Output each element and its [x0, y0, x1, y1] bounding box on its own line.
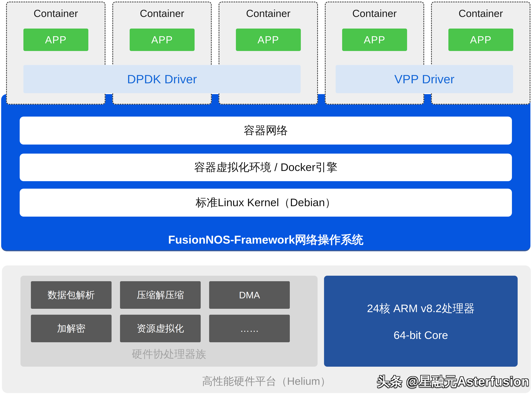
chip-packet-parsing: 数据包解析 [31, 281, 112, 309]
chip-compression: 压缩解压缩 [120, 281, 201, 309]
container-title: Container [113, 7, 211, 19]
toutiao-watermark: 头条 @星融元Asterfusion [377, 373, 529, 390]
app-box: APP [130, 29, 195, 51]
app-box: APP [448, 29, 513, 51]
app-box: APP [24, 29, 88, 51]
container-title: Container [326, 7, 423, 19]
container-title: Container [219, 7, 317, 19]
layer-linux-kernel: 标准Linux Kernel（Debian） [20, 189, 512, 217]
dpdk-driver-bar: DPDK Driver [24, 65, 301, 93]
fusionnos-block: 容器网络 容器虚拟化环境 / Docker引擎 标准Linux Kernel（D… [1, 94, 530, 251]
vpp-driver-bar: VPP Driver [336, 65, 513, 93]
chip-resource-virtualization: 资源虚拟化 [120, 315, 201, 342]
fusionnos-label: FusionNOS-Framework网络操作系统 [1, 230, 530, 250]
chip-more: …… [209, 315, 290, 342]
layer-container-network: 容器网络 [20, 117, 512, 144]
app-box: APP [342, 29, 407, 51]
container-title: Container [7, 7, 105, 19]
cpu-line-2: 64-bit Core [393, 329, 448, 341]
chip-dma: DMA [209, 281, 290, 309]
chip-encryption: 加解密 [31, 315, 112, 342]
architecture-diagram: 容器网络 容器虚拟化环境 / Docker引擎 标准Linux Kernel（D… [0, 0, 532, 397]
container-title: Container [432, 7, 530, 19]
app-box: APP [236, 29, 301, 51]
coprocessor-label: 硬件协处理器族 [20, 344, 318, 364]
coprocessor-box: 数据包解析 压缩解压缩 DMA 加解密 资源虚拟化 …… 硬件协处理器族 [20, 276, 318, 367]
cpu-box: 24核 ARM v8.2处理器 64-bit Core [324, 276, 518, 367]
cpu-line-1: 24核 ARM v8.2处理器 [367, 301, 475, 316]
layer-docker-engine: 容器虚拟化环境 / Docker引擎 [20, 154, 512, 181]
